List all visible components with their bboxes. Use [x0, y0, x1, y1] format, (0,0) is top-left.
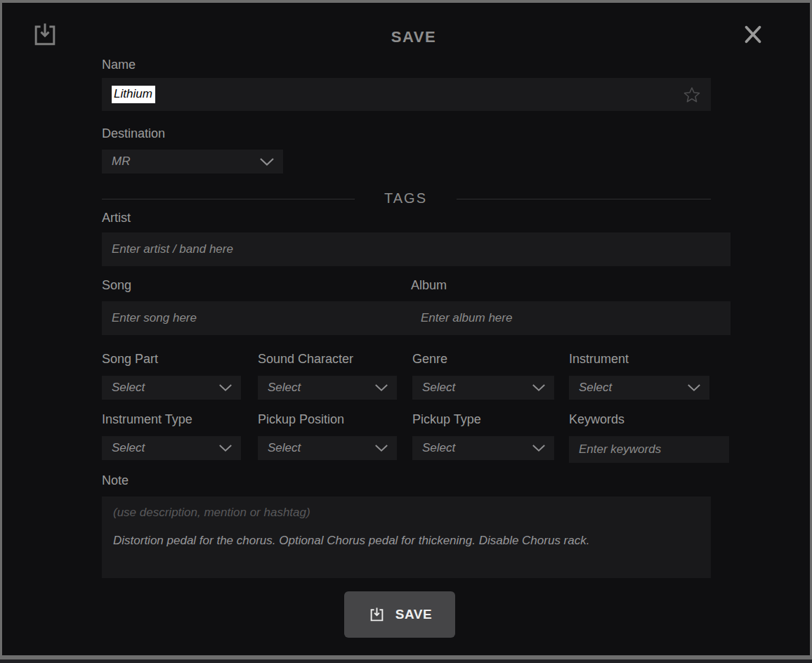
- artist-input[interactable]: [102, 232, 731, 266]
- star-favorite-icon[interactable]: [683, 86, 701, 104]
- window-frame-top: [0, 0, 812, 3]
- pickup-type-label: Pickup Type: [412, 412, 481, 427]
- window-frame-left: [0, 0, 2, 663]
- pickup-position-value: Select: [268, 441, 301, 455]
- song-part-value: Select: [112, 381, 145, 395]
- sound-character-value: Select: [268, 381, 301, 395]
- close-icon: [739, 21, 767, 48]
- album-input[interactable]: [411, 301, 731, 335]
- instrument-type-dropdown[interactable]: Select: [102, 436, 241, 460]
- pickup-type-dropdown[interactable]: Select: [412, 436, 554, 460]
- window-frame-below: [0, 659, 812, 663]
- keywords-input[interactable]: [569, 436, 729, 463]
- close-button[interactable]: [739, 21, 767, 48]
- genre-dropdown[interactable]: Select: [412, 376, 554, 400]
- save-button[interactable]: SAVE: [344, 591, 455, 638]
- name-label: Name: [102, 58, 136, 72]
- instrument-type-label: Instrument Type: [102, 412, 192, 427]
- genre-label: Genre: [412, 352, 447, 367]
- chevron-down-icon: [374, 444, 388, 452]
- tags-divider-left: [102, 199, 355, 199]
- note-textarea[interactable]: (use description, mention or hashtag) Di…: [102, 497, 711, 578]
- instrument-value: Select: [579, 381, 612, 395]
- instrument-type-value: Select: [112, 441, 145, 455]
- instrument-dropdown[interactable]: Select: [569, 376, 709, 400]
- song-part-dropdown[interactable]: Select: [102, 376, 241, 400]
- destination-dropdown[interactable]: MR: [102, 150, 283, 173]
- destination-label: Destination: [102, 126, 165, 141]
- save-button-label: SAVE: [395, 607, 432, 622]
- album-label: Album: [411, 278, 447, 293]
- note-placeholder: (use description, mention or hashtag): [113, 506, 700, 520]
- song-part-label: Song Part: [102, 352, 158, 367]
- chevron-down-icon: [218, 444, 233, 452]
- tags-divider-right: [457, 199, 711, 199]
- song-label: Song: [102, 278, 131, 293]
- chevron-down-icon: [218, 383, 233, 392]
- pickup-position-label: Pickup Position: [258, 412, 344, 427]
- chevron-down-icon: [532, 444, 546, 452]
- sound-character-label: Sound Character: [258, 352, 353, 367]
- note-label: Note: [102, 473, 129, 488]
- chevron-down-icon: [374, 383, 388, 392]
- pickup-position-dropdown[interactable]: Select: [258, 436, 397, 460]
- chevron-down-icon: [687, 383, 701, 392]
- dialog-title: SAVE: [0, 28, 812, 46]
- pickup-type-value: Select: [422, 441, 455, 455]
- genre-value: Select: [422, 381, 455, 395]
- name-input[interactable]: Lithium: [102, 78, 711, 111]
- instrument-label: Instrument: [569, 352, 629, 367]
- destination-value: MR: [112, 155, 130, 169]
- tags-section-header: TAGS: [355, 190, 457, 206]
- keywords-label: Keywords: [569, 412, 624, 427]
- chevron-down-icon: [532, 383, 546, 392]
- save-download-icon: [367, 605, 386, 624]
- name-value-selected-text: Lithium: [112, 86, 155, 103]
- artist-label: Artist: [102, 211, 131, 225]
- note-value: Distortion pedal for the chorus. Optiona…: [113, 534, 700, 548]
- sound-character-dropdown[interactable]: Select: [258, 376, 397, 400]
- chevron-down-icon: [259, 157, 275, 166]
- save-dialog: SAVE Name Lithium Destination MR TAGS Ar…: [0, 0, 812, 663]
- song-input[interactable]: [102, 301, 417, 335]
